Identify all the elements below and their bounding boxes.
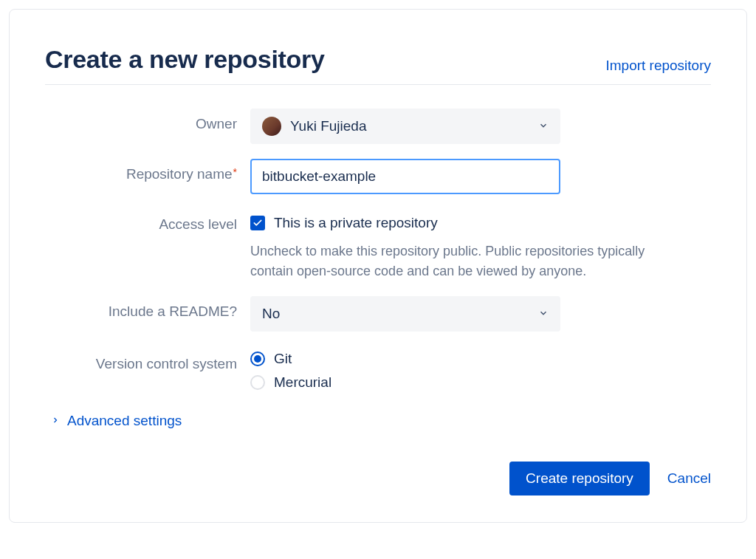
chevron-down-icon (538, 118, 549, 134)
required-indicator: * (233, 166, 237, 178)
private-checkbox[interactable] (250, 216, 265, 230)
panel-header: Create a new repository Import repositor… (45, 45, 711, 85)
advanced-settings-label: Advanced settings (67, 413, 182, 429)
create-repo-panel: Create a new repository Import repositor… (9, 9, 747, 523)
vcs-label: Version control system (45, 346, 250, 374)
row-readme: Include a README? No (45, 296, 711, 332)
create-repository-button[interactable]: Create repository (509, 462, 650, 495)
page-title: Create a new repository (45, 45, 325, 74)
repo-name-input[interactable] (250, 159, 560, 194)
radio-git[interactable] (250, 351, 265, 366)
row-repo-name: Repository name* (45, 159, 711, 194)
access-label: Access level (45, 209, 250, 233)
owner-value: Yuki Fujieda (290, 118, 367, 134)
chevron-right-icon (51, 414, 60, 428)
radio-mercurial[interactable] (250, 375, 265, 390)
private-checkbox-label: This is a private repository (274, 215, 438, 231)
row-access-level: Access level This is a private repositor… (45, 209, 711, 281)
advanced-settings-toggle[interactable]: Advanced settings (51, 413, 711, 429)
radio-git-label: Git (274, 351, 292, 367)
repo-name-label: Repository name* (45, 159, 250, 182)
vcs-option-mercurial[interactable]: Mercurial (250, 374, 331, 391)
radio-mercurial-label: Mercurial (274, 374, 331, 391)
vcs-option-git[interactable]: Git (250, 351, 331, 367)
readme-select[interactable]: No (250, 296, 560, 332)
chevron-down-icon (538, 306, 549, 322)
row-owner: Owner Yuki Fujieda (45, 109, 711, 144)
import-repository-link[interactable]: Import repository (605, 58, 711, 74)
readme-label: Include a README? (45, 296, 250, 320)
readme-value: No (262, 306, 280, 322)
avatar (262, 117, 281, 136)
row-vcs: Version control system Git Mercurial (45, 346, 711, 398)
owner-label: Owner (45, 109, 250, 132)
footer: Create repository Cancel (45, 462, 711, 495)
access-help-text: Uncheck to make this repository public. … (250, 241, 686, 281)
owner-select[interactable]: Yuki Fujieda (250, 109, 560, 144)
cancel-button[interactable]: Cancel (667, 470, 711, 487)
